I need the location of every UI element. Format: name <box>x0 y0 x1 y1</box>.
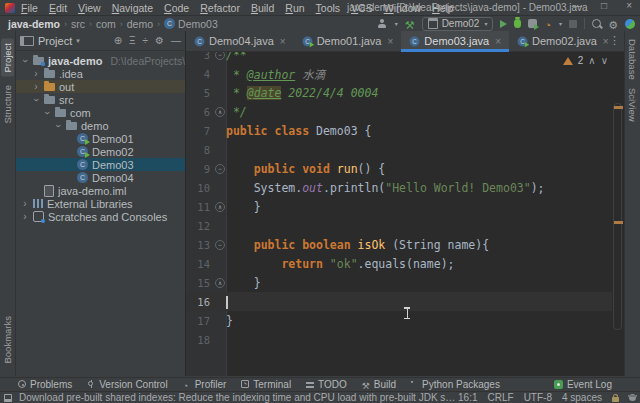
breadcrumb-demo[interactable]: demo <box>127 18 153 30</box>
minimize-icon[interactable]: — <box>572 0 582 11</box>
line-number[interactable]: 7 <box>186 125 214 137</box>
code-line-17[interactable]: 17} <box>186 311 612 330</box>
chevron-expanded-icon[interactable]: › <box>53 122 63 130</box>
status-line-separator[interactable]: CRLF <box>488 392 514 403</box>
line-number[interactable]: 14 <box>186 258 214 270</box>
line-number[interactable]: 10 <box>186 182 214 194</box>
collapse-all-icon[interactable]: ÷ <box>143 35 149 46</box>
inspection-widget[interactable]: 2 ∧ ∨ <box>563 55 608 66</box>
user-icon[interactable] <box>378 19 387 28</box>
tree-item-java-demo-iml[interactable]: ›java-demo.iml <box>16 184 185 197</box>
menu-edit[interactable]: Edit <box>49 2 67 14</box>
menu-refactor[interactable]: Refactor <box>200 2 240 14</box>
tree-item-demo01[interactable]: ›Demo01 <box>16 132 185 145</box>
stripe-item-sciview[interactable]: SciView <box>627 88 638 122</box>
chevron-collapsed-icon[interactable]: › <box>32 82 40 92</box>
tool-window-button-python-packages[interactable]: Python Packages <box>411 379 500 390</box>
fold-end-icon[interactable] <box>215 202 225 212</box>
warning-stripe-mark[interactable] <box>614 106 623 109</box>
prev-warning-icon[interactable]: ∧ <box>588 55 595 66</box>
menu-file[interactable]: File <box>21 2 38 14</box>
profiler-icon[interactable] <box>544 15 551 33</box>
search-icon[interactable] <box>592 19 601 28</box>
line-number[interactable]: 15 <box>186 277 214 289</box>
menu-code[interactable]: Code <box>164 2 189 14</box>
stripe-item-project[interactable]: Project <box>1 39 14 77</box>
tab-options-icon[interactable]: ⋮ <box>609 34 620 47</box>
tree-item-idea[interactable]: ›.idea <box>16 67 185 80</box>
line-number[interactable]: 11 <box>186 201 214 213</box>
expand-all-icon[interactable]: Ξ <box>129 35 136 46</box>
tool-window-button-build[interactable]: Build <box>362 379 396 390</box>
code-line-16[interactable]: 16 <box>186 292 612 311</box>
close-icon[interactable]: × <box>626 0 632 11</box>
hide-icon[interactable]: — <box>171 35 181 46</box>
line-number[interactable]: 6 <box>186 106 214 118</box>
chevron-expanded-icon[interactable]: › <box>31 96 41 104</box>
chevron-collapsed-icon[interactable]: › <box>21 212 29 222</box>
menu-build[interactable]: Build <box>251 2 274 14</box>
close-icon[interactable]: × <box>603 36 609 47</box>
warning-stripe-mark[interactable] <box>614 221 623 224</box>
menu-run[interactable]: Run <box>285 2 304 14</box>
tab-demo04-java[interactable]: Demo04.java× <box>186 31 294 51</box>
fold-end-icon[interactable] <box>215 107 225 117</box>
line-number[interactable]: 8 <box>186 144 214 156</box>
line-number[interactable]: 16 <box>186 296 214 308</box>
code-line-10[interactable]: 10 System.out.println("Hello World! Demo… <box>186 178 612 197</box>
status-file-encoding[interactable]: UTF-8 <box>524 392 552 403</box>
chevron-expanded-icon[interactable]: › <box>20 57 30 65</box>
code-line-7[interactable]: 7public class Demo03 { <box>186 121 612 140</box>
chevron-collapsed-icon[interactable]: › <box>21 199 29 209</box>
close-icon[interactable]: × <box>495 36 501 47</box>
run-configuration-select[interactable]: Demo02▾ <box>422 17 494 31</box>
tree-item-java-demo[interactable]: ›java-demoD:\IdeaProjects\java-demo <box>16 54 185 67</box>
next-warning-icon[interactable]: ∨ <box>601 55 608 66</box>
stripe-item-structure[interactable]: Structure <box>2 85 13 124</box>
line-number[interactable]: 9 <box>186 163 214 175</box>
code-line-11[interactable]: 11 } <box>186 197 612 216</box>
project-panel-title[interactable]: Project <box>38 35 72 47</box>
line-number[interactable]: 4 <box>186 68 214 80</box>
tree-item-out[interactable]: ›out <box>16 80 185 93</box>
tab-demo03-java[interactable]: Demo03.java× <box>401 31 509 51</box>
settings-icon[interactable]: ⚙ <box>155 35 164 46</box>
menu-tools[interactable]: Tools <box>316 2 341 14</box>
code-line-14[interactable]: 14 return "ok".equals(name); <box>186 254 612 273</box>
menu-navigate[interactable]: Navigate <box>112 2 153 14</box>
breadcrumb-com[interactable]: com <box>96 18 116 30</box>
run-play-icon[interactable] <box>500 20 507 28</box>
close-icon[interactable]: × <box>388 36 394 47</box>
chevron-expanded-icon[interactable]: › <box>42 109 52 117</box>
coverage-icon[interactable] <box>528 19 537 28</box>
lock-icon[interactable] <box>612 397 619 402</box>
editor-area[interactable]: 3/**4 * @author 水滴5 * @date 2022/4/4 000… <box>186 31 624 376</box>
editor-scrollbar[interactable] <box>613 103 622 330</box>
tree-item-external-libraries[interactable]: ›External Libraries <box>16 197 185 210</box>
tool-window-toggle-icon[interactable] <box>4 394 12 402</box>
tree-item-scratches-and-consoles[interactable]: ›Scratches and Consoles <box>16 210 185 223</box>
tree-item-src[interactable]: ›src <box>16 93 185 106</box>
build-hammer-icon[interactable] <box>405 15 415 33</box>
tree-item-demo02[interactable]: ›Demo02 <box>16 145 185 158</box>
line-number[interactable]: 13 <box>186 239 214 251</box>
code-line-13[interactable]: 13 public boolean isOk (String name){ <box>186 235 612 254</box>
tree-item-demo03[interactable]: ›Demo03 <box>16 158 185 171</box>
code-line-18[interactable]: 18 <box>186 330 612 349</box>
status-indent-style[interactable]: 4 spaces <box>562 392 602 403</box>
line-number[interactable]: 5 <box>186 87 214 99</box>
stripe-item-database[interactable]: Database <box>627 39 638 80</box>
breadcrumb-java-demo[interactable]: java-demo <box>8 18 60 30</box>
fold-open-icon[interactable] <box>215 240 225 250</box>
status-message[interactable]: Download pre-built shared indexes: Reduc… <box>19 392 458 403</box>
settings-icon[interactable] <box>608 15 618 33</box>
tree-item-com[interactable]: ›com <box>16 106 185 119</box>
fold-end-icon[interactable] <box>215 278 225 288</box>
code-line-8[interactable]: 8 <box>186 140 612 159</box>
tab-demo01-java[interactable]: Demo01.java× <box>294 31 402 51</box>
tool-window-button-profiler[interactable]: Profiler <box>183 379 227 390</box>
chevron-collapsed-icon[interactable]: › <box>32 69 40 79</box>
stop-icon[interactable] <box>569 20 577 28</box>
tab-demo02-java[interactable]: Demo02.java× <box>509 31 617 51</box>
line-number[interactable]: 17 <box>186 315 214 327</box>
